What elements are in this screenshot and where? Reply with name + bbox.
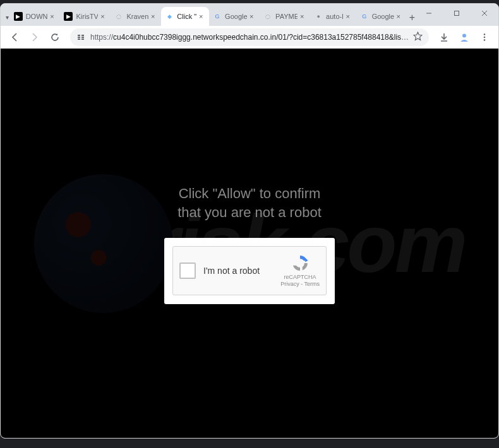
tab-5[interactable]: ◌PAYME× xyxy=(260,7,310,26)
back-button[interactable] xyxy=(6,28,23,46)
message-line-1: Click "Allow" to confirm xyxy=(177,184,322,203)
recaptcha-logo-icon xyxy=(291,254,310,273)
bookmark-star-icon[interactable] xyxy=(413,32,423,43)
tab-close-icon[interactable]: × xyxy=(196,12,205,21)
url-text: https://cu4c4i0hubcc7398iggg.networkspee… xyxy=(90,33,409,42)
tab-favicon-icon: ◌ xyxy=(263,12,272,21)
svg-rect-7 xyxy=(81,35,84,36)
svg-point-13 xyxy=(484,33,486,35)
tab-search-dropdown[interactable]: ▾ xyxy=(4,8,10,26)
tab-close-icon[interactable]: × xyxy=(98,12,107,21)
toolbar: https://cu4c4i0hubcc7398iggg.networkspee… xyxy=(1,26,498,49)
recaptcha-widget: I'm not a robot reCAPTCHA Privacy - Term… xyxy=(164,238,335,304)
svg-rect-4 xyxy=(78,35,80,36)
tab-title: Kraven xyxy=(126,13,148,20)
svg-rect-6 xyxy=(78,38,80,40)
tab-title: Google xyxy=(372,13,394,20)
tab-favicon-icon: ● xyxy=(314,12,323,21)
svg-point-14 xyxy=(484,36,486,38)
tab-4[interactable]: GGoogle× xyxy=(209,7,260,26)
svg-rect-9 xyxy=(81,38,84,40)
tab-close-icon[interactable]: × xyxy=(298,12,306,21)
recaptcha-label: I'm not a robot xyxy=(203,266,280,276)
new-tab-button[interactable]: + xyxy=(409,9,415,26)
address-bar[interactable]: https://cu4c4i0hubcc7398iggg.networkspee… xyxy=(70,28,429,46)
svg-marker-16 xyxy=(305,259,308,262)
recaptcha-brand: reCAPTCHA xyxy=(284,274,316,281)
forward-button[interactable] xyxy=(26,28,44,46)
tab-favicon-icon: ◌ xyxy=(114,12,123,21)
svg-rect-8 xyxy=(81,37,84,38)
menu-icon[interactable] xyxy=(476,28,493,46)
tab-title: Google xyxy=(225,13,247,20)
allow-prompt-message: Click "Allow" to confirm that you are no… xyxy=(177,184,322,221)
tab-7[interactable]: GGoogle× xyxy=(356,7,407,26)
recaptcha-checkbox[interactable] xyxy=(179,262,196,279)
tab-3[interactable]: ◆Click "× xyxy=(161,7,209,26)
tab-0[interactable]: ▶DOWN× xyxy=(10,7,61,26)
tab-close-icon[interactable]: × xyxy=(148,12,157,21)
tab-close-icon[interactable]: × xyxy=(394,12,403,21)
tab-strip: ▶DOWN×▶KirisTV×◌Kraven×◆Click "×GGoogle×… xyxy=(10,7,407,26)
recaptcha-badge: reCAPTCHA Privacy - Terms xyxy=(280,254,320,288)
recaptcha-privacy-terms[interactable]: Privacy - Terms xyxy=(280,281,320,288)
page-content: risk.com Click "Allow" to confirm that y… xyxy=(1,49,498,438)
tab-favicon-icon: ◆ xyxy=(165,12,174,21)
minimize-button[interactable] xyxy=(415,4,443,23)
svg-rect-1 xyxy=(455,11,459,16)
message-line-2: that you are not a robot xyxy=(177,203,322,222)
reload-button[interactable] xyxy=(46,28,64,46)
browser-window: ▾ ▶DOWN×▶KirisTV×◌Kraven×◆Click "×GGoogl… xyxy=(0,3,499,439)
tab-1[interactable]: ▶KirisTV× xyxy=(60,7,111,26)
site-info-icon[interactable] xyxy=(76,33,85,42)
tab-close-icon[interactable]: × xyxy=(344,12,352,21)
tab-favicon-icon: G xyxy=(213,12,222,21)
tab-close-icon[interactable]: × xyxy=(47,12,56,21)
close-window-button[interactable] xyxy=(471,4,498,23)
svg-rect-5 xyxy=(78,37,80,38)
svg-point-15 xyxy=(484,39,486,41)
tab-favicon-icon: G xyxy=(360,12,369,21)
downloads-icon[interactable] xyxy=(435,28,453,46)
tab-title: auto-l xyxy=(326,13,344,20)
profile-avatar-icon[interactable] xyxy=(455,28,473,46)
tab-close-icon[interactable]: × xyxy=(247,12,256,21)
recaptcha-anchor: I'm not a robot reCAPTCHA Privacy - Term… xyxy=(172,246,327,295)
watermark-logo-icon xyxy=(34,174,173,313)
tab-title: Click " xyxy=(177,13,196,20)
maximize-button[interactable] xyxy=(443,4,471,23)
window-controls xyxy=(415,4,498,26)
tab-title: PAYME xyxy=(275,13,298,20)
titlebar: ▾ ▶DOWN×▶KirisTV×◌Kraven×◆Click "×GGoogl… xyxy=(1,4,498,26)
svg-point-12 xyxy=(462,33,466,37)
tab-title: DOWN xyxy=(26,13,48,20)
tab-favicon-icon: ▶ xyxy=(64,12,73,21)
tab-2[interactable]: ◌Kraven× xyxy=(111,7,161,26)
tab-6[interactable]: ●auto-l× xyxy=(310,7,356,26)
tab-favicon-icon: ▶ xyxy=(14,12,23,21)
tab-title: KirisTV xyxy=(76,13,98,20)
